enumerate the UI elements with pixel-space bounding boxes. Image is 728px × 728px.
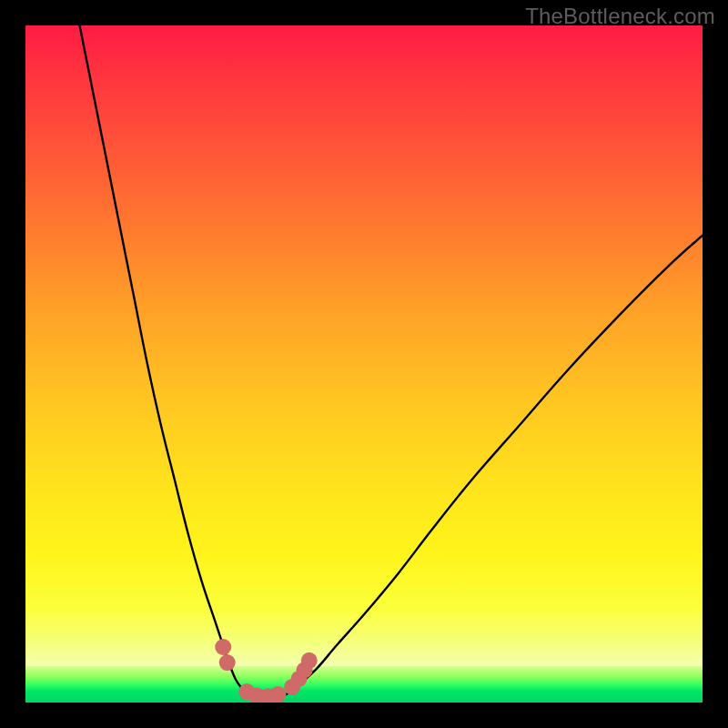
watermark-text: TheBottleneck.com: [525, 4, 715, 29]
data-point-marker: [219, 654, 236, 671]
chart-container: TheBottleneck.com: [0, 0, 728, 728]
data-point-marker: [301, 652, 318, 669]
data-point-marker: [270, 686, 287, 703]
marker-layer: [25, 25, 703, 703]
plot-area: [25, 25, 703, 703]
data-point-marker: [215, 639, 231, 655]
